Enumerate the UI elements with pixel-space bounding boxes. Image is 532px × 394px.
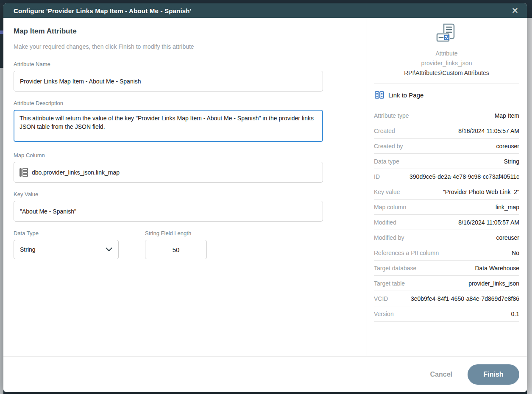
map-column-input[interactable]: dbo.provider_links_json.link_map (14, 162, 323, 183)
data-type-field-group: Data Type String (14, 230, 119, 259)
dialog-header: Configure 'Provider Links Map Item - Abo… (3, 3, 527, 18)
property-label: Attribute type (374, 112, 409, 119)
property-row-vcid: VCID 3e0b9fe4-84f1-4650-a84e-7d869d7e8f8… (374, 291, 519, 306)
property-row-created: Created 8/16/2024 11:05:57 AM (374, 123, 519, 139)
property-label: ID (374, 173, 380, 180)
attribute-name-input[interactable] (14, 71, 323, 92)
property-value: 8/16/2024 11:05:57 AM (458, 219, 519, 226)
property-value: link_map (496, 204, 519, 211)
key-value-label: Key Value (14, 191, 356, 197)
property-row-id: ID 390d9ce5-de2a-4e78-9c98-cc73af40511c (374, 169, 519, 184)
map-item-attribute-form: Map Item Attribute Make your required ch… (3, 18, 367, 356)
property-row-pii: References a PII column No (374, 245, 519, 261)
attribute-description-textarea[interactable]: This attribute will return the value of … (14, 110, 323, 142)
string-field-length-group: String Field Length (145, 230, 207, 259)
property-row-map-column: Map column link_map (374, 200, 519, 215)
finish-button[interactable]: Finish (468, 364, 519, 385)
chevron-down-icon (106, 247, 112, 252)
background-light-sliver (0, 68, 3, 394)
property-label: References a PII column (374, 250, 439, 256)
link-to-page-label: Link to Page (388, 92, 423, 99)
property-row-data-type: Data type String (374, 154, 519, 169)
property-row-target-database: Target database Data Warehouse (374, 261, 519, 276)
property-row-created-by: Created by coreuser (374, 139, 519, 154)
attribute-description-label: Attribute Description (14, 100, 356, 106)
property-value: Data Warehouse (475, 265, 519, 272)
property-value: "Provider Photo Web Link 2" (443, 189, 519, 195)
configure-attribute-dialog: Configure 'Provider Links Map Item - Abo… (3, 3, 527, 392)
link-to-page-button[interactable]: Link to Page (374, 83, 519, 105)
property-value: 3e0b9fe4-84f1-4650-a84e-7d869d7e8f86 (411, 295, 519, 302)
property-label: Modified by (374, 234, 404, 241)
dialog-footer: Cancel Finish (3, 356, 527, 392)
attribute-properties-list: Attribute type Map Item Created 8/16/202… (374, 108, 519, 322)
attribute-path: RPI\Attributes\Custom Attributes (374, 69, 519, 76)
column-icon (19, 168, 28, 177)
attribute-name-value: provider_links_json (374, 60, 519, 67)
map-column-label: Map Column (14, 152, 356, 158)
property-value: No (512, 250, 519, 256)
property-label: Created by (374, 143, 403, 150)
property-value: 0.1 (511, 311, 519, 317)
type-and-length-row: Data Type String String Field Length (14, 230, 356, 268)
form-heading: Map Item Attribute (14, 27, 356, 36)
attribute-kind: Attribute (374, 50, 519, 57)
property-label: Target table (374, 280, 405, 287)
property-value: 8/16/2024 11:05:57 AM (458, 128, 519, 134)
data-type-selected-value: String (20, 246, 36, 253)
property-label: Modified (374, 219, 396, 226)
close-icon[interactable]: ✕ (510, 6, 520, 16)
book-icon (375, 91, 384, 99)
property-row-version: Version 0.1 (374, 306, 519, 322)
property-row-modified-by: Modified by coreuser (374, 230, 519, 245)
property-value: coreuser (496, 143, 519, 150)
property-row-modified: Modified 8/16/2024 11:05:57 AM (374, 215, 519, 230)
attribute-details-panel: Attribute provider_links_json RPI\Attrib… (367, 18, 527, 356)
property-value: coreuser (496, 234, 519, 241)
string-field-length-input[interactable] (145, 240, 207, 259)
property-value: provider_links_json (468, 280, 519, 287)
dialog-body: Map Item Attribute Make your required ch… (3, 18, 527, 356)
property-value: String (504, 158, 519, 165)
attribute-description-field-group: Attribute Description This attribute wil… (14, 100, 356, 144)
property-label: Created (374, 128, 395, 134)
map-column-field-group: Map Column dbo.provider_links_json.link_… (14, 152, 356, 183)
form-subtitle: Make your required changes, then click F… (14, 43, 356, 50)
property-label: VCID (374, 295, 388, 302)
key-value-input[interactable] (14, 201, 323, 222)
background-accent-strip (0, 31, 3, 34)
attribute-name-field-group: Attribute Name (14, 61, 356, 92)
data-type-select[interactable]: String (14, 240, 119, 259)
cancel-button[interactable]: Cancel (430, 371, 452, 378)
property-value: Map Item (495, 112, 519, 119)
property-label: Map column (374, 204, 406, 211)
property-row-target-table: Target table provider_links_json (374, 276, 519, 291)
property-row-attribute-type: Attribute type Map Item (374, 108, 519, 123)
key-value-field-group: Key Value (14, 191, 356, 222)
background-page-right-sliver (527, 18, 532, 394)
attribute-document-icon (435, 23, 458, 46)
string-field-length-label: String Field Length (145, 230, 207, 236)
property-row-key-value: Key value "Provider Photo Web Link 2" (374, 184, 519, 200)
property-label: Key value (374, 189, 400, 195)
data-type-label: Data Type (14, 230, 119, 236)
property-value: 390d9ce5-de2a-4e78-9c98-cc73af40511c (409, 173, 519, 180)
property-label: Data type (374, 158, 399, 165)
attribute-identity: Attribute provider_links_json RPI\Attrib… (374, 23, 519, 83)
attribute-name-label: Attribute Name (14, 61, 356, 67)
background-page-left-sliver (0, 3, 3, 392)
map-column-value: dbo.provider_links_json.link_map (32, 169, 120, 176)
property-label: Version (374, 311, 394, 317)
dialog-title: Configure 'Provider Links Map Item - Abo… (14, 7, 191, 14)
property-label: Target database (374, 265, 416, 272)
